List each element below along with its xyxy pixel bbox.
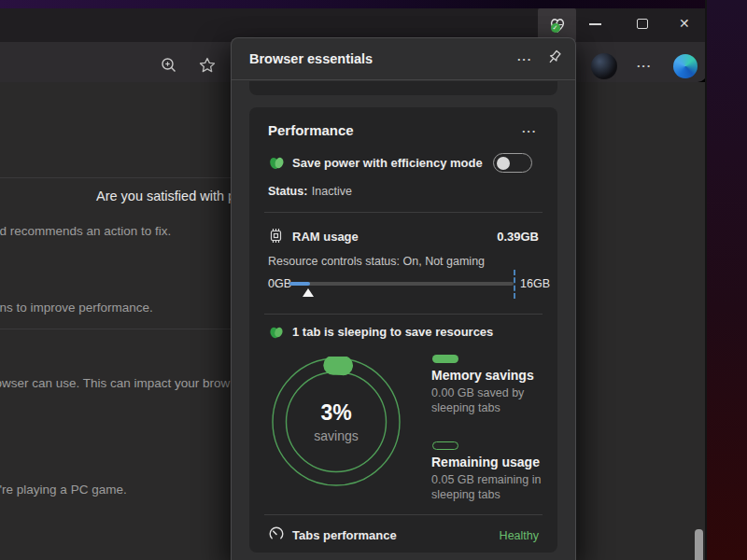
- ram-usage-label: RAM usage: [292, 230, 359, 244]
- remaining-usage-title: Remaining usage: [431, 455, 540, 469]
- memory-savings-title: Memory savings: [431, 368, 534, 383]
- page-heading-fragment: Are you satisfied with pe: [96, 189, 243, 203]
- panel-header-divider: [232, 79, 575, 80]
- status-row: Status: Inactive: [268, 182, 352, 199]
- card-divider: [264, 314, 543, 315]
- efficiency-leaf-icon: [268, 154, 286, 175]
- heart-pulse-icon: ✓: [548, 16, 567, 35]
- efficiency-mode-toggle[interactable]: [493, 153, 532, 173]
- maximize-button[interactable]: [637, 19, 648, 29]
- ram-min-label: 0GB: [268, 277, 291, 290]
- memory-savings-line2: sleeping tabs: [431, 401, 500, 414]
- tabs-performance-label: Tabs performance: [292, 528, 397, 542]
- essentials-active-badge: ✓: [551, 23, 560, 33]
- performance-heading: Performance: [268, 122, 354, 138]
- performance-more-button[interactable]: ···: [517, 124, 542, 138]
- ram-max-label: 16GB: [520, 277, 550, 290]
- zoom-icon[interactable]: [160, 56, 178, 78]
- ram-slider-track[interactable]: [289, 282, 514, 286]
- page-divider: [0, 177, 231, 178]
- ram-slider-marker[interactable]: [303, 288, 314, 297]
- page-text-line: ons to improve performance.: [0, 301, 153, 315]
- remaining-usage-line1: 0.05 GB remaining in: [431, 473, 541, 486]
- card-divider: [264, 212, 543, 213]
- scrolled-card-sliver: [249, 81, 557, 95]
- copilot-icon[interactable]: [673, 54, 698, 78]
- pin-icon[interactable]: [545, 49, 563, 70]
- gauge-icon: [268, 525, 285, 546]
- profile-avatar[interactable]: [591, 53, 617, 79]
- screen: ✓ ✕ ··· Are you satisfied with pe nd rec…: [0, 0, 747, 560]
- memory-savings-line1: 0.00 GB saved by: [431, 386, 524, 399]
- status-label: Status:: [268, 185, 307, 198]
- toggle-knob: [497, 157, 510, 170]
- page-text-line: rowser can use. This can impact your bro…: [0, 376, 230, 390]
- ram-chip-icon: [268, 228, 284, 247]
- card-divider: [264, 514, 543, 515]
- page-divider: [0, 329, 231, 329]
- status-value: Inactive: [312, 185, 352, 198]
- page-text-line: nd recommends an action to fix.: [0, 224, 171, 238]
- desktop-wallpaper-top: [0, 0, 747, 8]
- resource-controls-status: Resource controls status: On, Not gaming: [268, 255, 485, 268]
- close-button[interactable]: ✕: [679, 16, 690, 31]
- ram-usage-value: 0.39GB: [448, 230, 539, 244]
- page-scrollbar-thumb[interactable]: [695, 529, 703, 560]
- favorites-star-icon[interactable]: [198, 56, 217, 78]
- sleeping-leaf-icon: [268, 324, 285, 344]
- toolbar-more-button[interactable]: ···: [634, 59, 655, 73]
- page-text-line: u're playing a PC game.: [0, 483, 127, 497]
- remaining-usage-line2: sleeping tabs: [431, 488, 500, 501]
- memory-savings-legend-swatch: [432, 355, 458, 363]
- minimize-button[interactable]: [589, 23, 601, 25]
- window-edge: [705, 0, 707, 560]
- remaining-usage-legend-swatch: [432, 441, 458, 450]
- efficiency-mode-label: Save power with efficiency mode: [292, 156, 483, 170]
- ram-slider-fill: [289, 282, 310, 286]
- tabs-performance-status: Healthy: [463, 529, 539, 542]
- ram-max-indicator: [514, 270, 515, 299]
- desktop-wallpaper-right: [707, 0, 747, 560]
- panel-more-button[interactable]: ···: [513, 52, 537, 66]
- sleeping-tabs-title: 1 tab is sleeping to save resources: [292, 325, 493, 339]
- donut-percent: 3%: [271, 400, 402, 426]
- donut-caption: savings: [271, 428, 402, 443]
- panel-title: Browser essentials: [249, 51, 373, 66]
